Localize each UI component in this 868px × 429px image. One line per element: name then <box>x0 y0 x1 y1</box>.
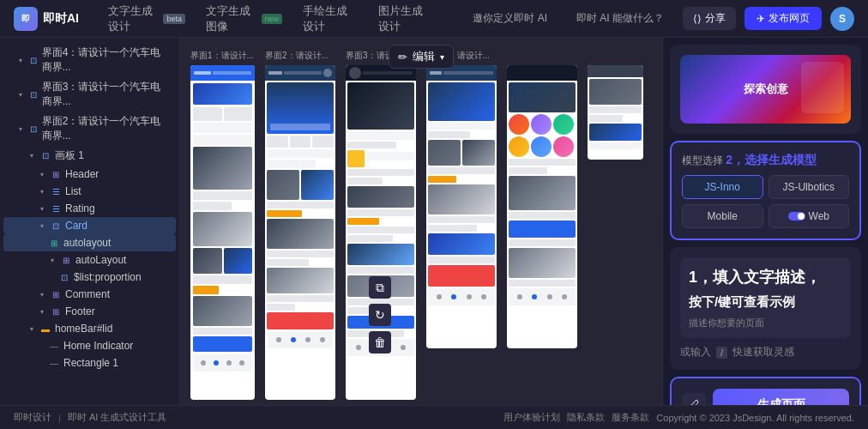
list-icon: ☰ <box>50 202 62 214</box>
share-button[interactable]: ⟨⟩ 分享 <box>683 7 736 30</box>
frame-preview-6[interactable] <box>588 65 643 160</box>
arrow-icon: ▾ <box>38 221 46 230</box>
publish-label: 发布网页 <box>769 11 810 26</box>
frame-icon: ⊡ <box>28 54 39 66</box>
sidebar-item-list[interactable]: ▾ ☰ List <box>3 183 176 200</box>
bottom-right: 用户体验计划 隐私条款 服务条款 Copyright © 2023 JsDesi… <box>503 411 854 424</box>
sidebar-item-card-label: Card <box>65 220 87 232</box>
frame-icon: ⊡ <box>28 123 39 135</box>
model-web[interactable]: Web <box>769 204 850 228</box>
sidebar-item-scene2[interactable]: ▾ ⊡ 界面2：请设计一个汽车电商界... <box>3 112 176 146</box>
nav-right-actions: 邀你定义即时 AI 即时 AI 能做什么？ ⟨⟩ 分享 ✈ 发布网页 S <box>462 7 854 31</box>
nav-img-gen-label: 图片生成设计 <box>378 3 433 34</box>
share-label: 分享 <box>705 11 726 26</box>
hint2-label: 快速获取灵感 <box>732 345 794 360</box>
sidebar-item-autolayout2[interactable]: ▾ ⊞ autoLayout <box>3 251 176 269</box>
text-input-desc: 描述你想要的页面 <box>689 316 842 330</box>
sidebar-item-home-indicator[interactable]: — Home Indicator <box>3 337 176 354</box>
sidebar-item-header[interactable]: ▾ ⊞ Header <box>3 166 176 183</box>
nav-text-gen[interactable]: 文字生成设计 beta <box>99 0 194 38</box>
frame-preview-1[interactable] <box>190 65 255 400</box>
explore-title: 探索创意 <box>744 82 788 97</box>
edit-toolbar[interactable]: ✏ 编辑 ▾ <box>389 45 454 69</box>
logo-icon: 即 <box>14 7 38 31</box>
canvas-actions: ⧉ ↻ 🗑 <box>369 276 391 353</box>
sidebar-item-comment[interactable]: ▾ ⊞ Comment <box>3 286 176 303</box>
model-options-grid: JS-Inno JS-Ulbotics Mobile Web <box>682 175 849 228</box>
main-area: ▾ ⊡ 界面4：请设计一个汽车电商界... ▾ ⊡ 界面3：请设计一个汽车电商界… <box>0 38 868 405</box>
publish-button[interactable]: ✈ 发布网页 <box>744 7 822 30</box>
model-mobile[interactable]: Mobile <box>682 204 763 228</box>
arrow-icon: ▾ <box>38 187 46 196</box>
sidebar-item-rectangle1[interactable]: — Rectangle 1 <box>3 354 176 372</box>
bottom-divider: | <box>58 413 61 423</box>
nav-text-img-gen[interactable]: 文字生成图像 new <box>197 0 291 38</box>
component-icon: ⊞ <box>60 254 72 266</box>
hint-label: 或输入 <box>680 345 711 360</box>
terms-link[interactable]: 服务条款 <box>612 411 649 424</box>
sidebar-item-autolayout1[interactable]: ⊞ autolayout <box>3 234 176 251</box>
sidebar-item-scene3[interactable]: ▾ ⊡ 界面3：请设计一个汽车电商界... <box>3 77 176 112</box>
share-icon: ⟨⟩ <box>693 13 702 25</box>
ai-capability-button[interactable]: 即时 AI 能做什么？ <box>566 7 674 30</box>
chevron-down-icon: ▾ <box>440 52 444 62</box>
sidebar-item-footer[interactable]: ▾ ⊞ Footer <box>3 303 176 320</box>
sidebar-item-rating-label: Rating <box>65 202 95 214</box>
frame-wrapper-5 <box>507 65 577 348</box>
arrow-icon: ▾ <box>38 204 46 213</box>
frame-preview-5[interactable] <box>507 65 577 348</box>
edit-label: 编辑 <box>413 49 435 64</box>
logo-area: 即 即时AI <box>14 7 79 31</box>
model-js-inno[interactable]: JS-Inno <box>682 175 763 199</box>
sidebar-item-scene2-label: 界面2：请设计一个汽车电商界... <box>42 114 169 143</box>
sidebar-item-list-proportion[interactable]: ⊡ $list:proportion <box>3 269 176 286</box>
bottom-logo: 即时设计 <box>14 411 51 424</box>
generate-icon: 🖊 <box>682 393 706 405</box>
arrow-icon: ▾ <box>38 307 46 316</box>
model-web-label: Web <box>809 210 829 222</box>
frame-label-2: 界面2：请设计... <box>265 50 329 62</box>
sidebar-item-card[interactable]: ▾ ⊡ Card <box>3 217 176 234</box>
arrow-icon: ▾ <box>38 170 46 178</box>
text-input-card: 1，填入文字描述， 按下/键可查看示例 描述你想要的页面 或输入 / 快速获取灵… <box>670 247 861 370</box>
sidebar-item-board1-label: 画板 1 <box>55 148 84 163</box>
sidebar-item-footer-label: Footer <box>65 305 95 317</box>
sidebar-item-autolayout1-label: autolayout <box>63 237 111 249</box>
arrow-icon: ▾ <box>17 56 25 64</box>
sidebar-item-scene4[interactable]: ▾ ⊡ 界面4：请设计一个汽车电商界... <box>3 43 176 77</box>
user-plan-link[interactable]: 用户体验计划 <box>503 411 560 424</box>
frame-icon: ⊡ <box>50 220 62 232</box>
component-icon: ⊞ <box>50 288 62 300</box>
refresh-icon[interactable]: ↻ <box>369 304 391 326</box>
nav-text-img-gen-label: 文字生成图像 <box>206 3 256 34</box>
delete-icon[interactable]: 🗑 <box>369 331 391 353</box>
generate-button[interactable]: 生成页面 <box>713 389 849 405</box>
right-panel: 探索创意 模型选择 2，选择生成模型 JS-Inno JS-Ulbotics M… <box>662 38 868 405</box>
input-hint-row: 或输入 / 快速获取灵感 <box>680 345 851 360</box>
nav-img-gen[interactable]: 图片生成设计 <box>370 0 442 38</box>
frame-preview-2[interactable] <box>265 65 335 400</box>
bottom-left: 即时设计 | 即时 AI 生成式设计工具 <box>14 411 166 424</box>
arrow-icon: ▾ <box>38 290 46 299</box>
copy-icon[interactable]: ⧉ <box>369 276 391 299</box>
arrow-icon: ▾ <box>17 90 25 99</box>
sidebar-item-board1[interactable]: ▾ ⊡ 画板 1 <box>3 146 176 166</box>
sidebar-item-scene3-label: 界面3：请设计一个汽车电商界... <box>42 80 169 109</box>
arrow-icon: ▾ <box>27 152 36 160</box>
ai-define-button[interactable]: 邀你定义即时 AI <box>462 7 558 30</box>
frame-wrapper-2: 界面2：请设计... <box>265 65 335 400</box>
privacy-link[interactable]: 隐私条款 <box>567 411 605 424</box>
nav-draw-gen[interactable]: 手绘生成设计 <box>294 0 366 38</box>
nav-links: 文字生成设计 beta 文字生成图像 new 手绘生成设计 图片生成设计 <box>99 0 442 38</box>
sidebar-item-homebar[interactable]: ▾ ▬ homeBar#lid <box>3 320 176 337</box>
explore-card: 探索创意 <box>670 45 861 134</box>
nav-text-gen-badge: beta <box>163 14 185 24</box>
avatar[interactable]: S <box>830 7 854 31</box>
arrow-icon: ▾ <box>48 256 57 264</box>
component-icon: ⊞ <box>50 305 62 317</box>
text-description-area[interactable]: 1，填入文字描述， 按下/键可查看示例 描述你想要的页面 <box>680 257 851 338</box>
grid-icon: ⊞ <box>48 237 60 249</box>
sidebar-item-rating[interactable]: ▾ ☰ Rating <box>3 200 176 217</box>
frame-preview-4[interactable] <box>426 65 497 348</box>
model-js-ulbotics[interactable]: JS-Ulbotics <box>769 175 850 199</box>
